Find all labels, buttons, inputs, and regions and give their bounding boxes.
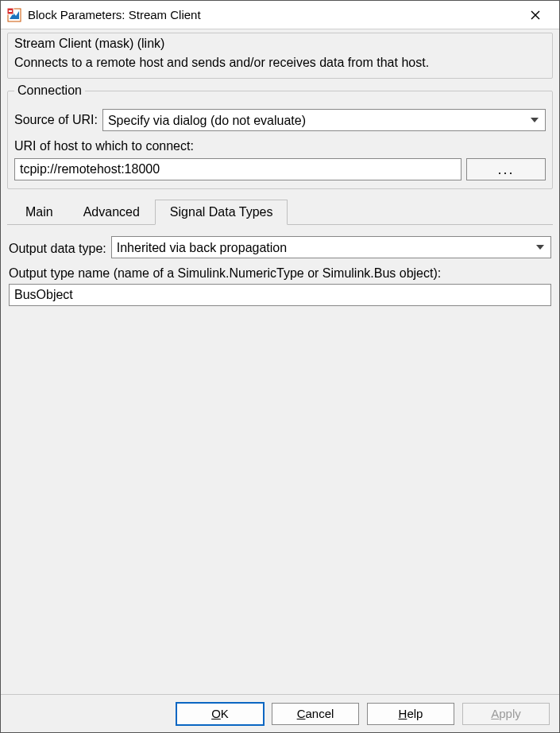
tab-panel-signal-data-types: Output data type: Inherited via back pro… <box>7 225 553 694</box>
dialog-footer: OK Cancel Help Apply <box>1 694 559 732</box>
browse-button[interactable]: ... <box>466 158 546 180</box>
mask-header[interactable]: Stream Client (mask) (link) <box>14 37 546 56</box>
close-icon <box>531 10 540 20</box>
titlebar: Block Parameters: Stream Client <box>1 1 559 29</box>
tab-advanced[interactable]: Advanced <box>68 200 155 225</box>
window-title: Block Parameters: Stream Client <box>28 8 518 21</box>
uri-input[interactable] <box>14 158 462 180</box>
tab-signal-data-types[interactable]: Signal Data Types <box>155 200 288 225</box>
output-type-name-label: Output type name (name of a Simulink.Num… <box>9 266 551 281</box>
output-type-name-input <box>9 284 551 306</box>
app-icon <box>7 8 21 22</box>
mask-description-group: Stream Client (mask) (link) Connects to … <box>7 33 553 79</box>
ok-button[interactable]: OK <box>176 703 264 725</box>
tab-strip: Main Advanced Signal Data Types <box>7 199 553 225</box>
connection-group: Connection Source of URI: Specify via di… <box>7 83 553 189</box>
output-data-type-combo[interactable]: Inherited via back propagation <box>111 236 551 258</box>
apply-button: Apply <box>462 703 550 725</box>
source-of-uri-combo[interactable]: Specify via dialog (do not evaluate) <box>102 109 546 131</box>
connection-legend: Connection <box>14 83 85 98</box>
source-of-uri-row: Source of URI: Specify via dialog (do no… <box>14 109 546 131</box>
mask-description: Connects to a remote host and sends and/… <box>14 56 546 70</box>
close-button[interactable] <box>518 3 553 27</box>
source-of-uri-label: Source of URI: <box>14 113 98 127</box>
uri-label: URI of host to which to connect: <box>14 139 546 153</box>
output-data-type-label: Output data type: <box>9 242 106 256</box>
cancel-button[interactable]: Cancel <box>272 703 359 725</box>
svg-rect-3 <box>9 10 12 12</box>
help-button[interactable]: Help <box>367 703 454 725</box>
output-data-type-row: Output data type: Inherited via back pro… <box>9 236 551 258</box>
dialog-body: Stream Client (mask) (link) Connects to … <box>1 29 559 694</box>
uri-row: ... <box>14 158 546 180</box>
tab-main[interactable]: Main <box>10 200 68 225</box>
dialog-window: Block Parameters: Stream Client Stream C… <box>0 0 560 733</box>
